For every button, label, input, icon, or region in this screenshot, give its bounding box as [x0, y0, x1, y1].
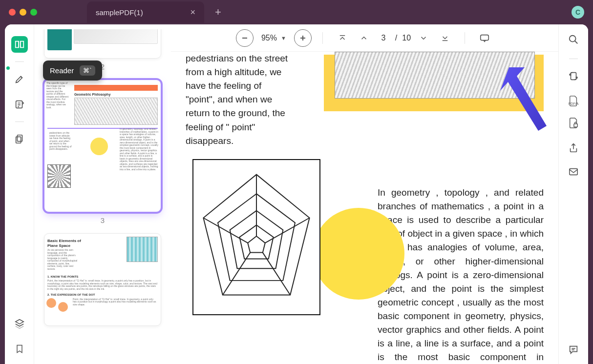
reader-icon: [14, 39, 25, 50]
svg-rect-2: [16, 137, 21, 143]
svg-marker-13: [248, 236, 265, 253]
rail-divider: [15, 121, 24, 122]
minus-icon: [241, 35, 248, 41]
zoom-out-button[interactable]: [236, 29, 254, 47]
page-indicator: 3 / 10: [377, 34, 411, 42]
thumb-heading: Basic Elements of Plane Space: [47, 239, 82, 248]
svg-rect-0: [16, 101, 22, 108]
body-text-right: In geometry , topology , and related bra…: [378, 186, 544, 364]
avatar-initial: C: [575, 8, 580, 16]
presentation-button[interactable]: [476, 29, 493, 47]
avatar[interactable]: C: [572, 6, 584, 19]
page-separator: /: [395, 34, 397, 42]
toolbar-divider: [465, 32, 465, 44]
lock-document-button[interactable]: [568, 117, 579, 131]
svg-line-17: [223, 253, 250, 295]
document-viewer: 95% ▼ 3 / 10: [171, 24, 559, 364]
pdfa-button[interactable]: PDF/A: [568, 95, 579, 105]
svg-rect-8: [481, 35, 489, 40]
svg-line-20: [575, 41, 578, 44]
page-current-input[interactable]: 3: [377, 34, 390, 42]
page-total: 10: [402, 34, 411, 42]
comment-icon: [568, 344, 579, 355]
activity-indicator-dot: [6, 66, 10, 70]
svg-rect-22: [574, 124, 577, 127]
share-icon: [568, 142, 579, 153]
close-tab-icon[interactable]: ×: [190, 7, 195, 18]
search-button[interactable]: [568, 34, 579, 47]
lock-document-icon: [568, 117, 579, 129]
viewer-toolbar: 95% ▼ 3 / 10: [171, 24, 558, 52]
rotate-page-button[interactable]: [568, 71, 579, 83]
page-content: pedestrians on the street from a high al…: [186, 52, 544, 364]
thumb-subheading: 1. KNOW THE POINTS: [47, 275, 158, 279]
pattern-image: [335, 52, 535, 99]
chevron-up-icon: [360, 34, 368, 42]
presentation-icon: [479, 33, 490, 43]
zoom-select[interactable]: 95% ▼: [257, 34, 290, 42]
comment-button[interactable]: [568, 344, 579, 357]
search-icon: [568, 34, 579, 45]
maximize-window-button[interactable]: [30, 9, 37, 16]
chevron-up-bar-icon: [338, 34, 347, 42]
thumbnail-page-selected[interactable]: The specific type of the image can be se…: [44, 80, 161, 212]
pdfa-label: PDF/A: [568, 102, 579, 105]
svg-rect-1: [17, 135, 22, 142]
thumb-heading: Geometric Philosophy: [74, 93, 158, 97]
mail-icon: [568, 167, 579, 177]
rail-divider: [15, 61, 24, 62]
close-window-button[interactable]: [9, 9, 16, 16]
document-copy-button[interactable]: [11, 131, 28, 147]
highlighter-icon: [14, 74, 25, 84]
svg-rect-23: [570, 169, 577, 175]
rail-divider: [569, 59, 578, 59]
zoom-value: 95%: [261, 34, 277, 42]
left-rail: [5, 24, 34, 364]
prev-page-button[interactable]: [355, 29, 373, 47]
titlebar: samplePDF(1) × + C: [0, 0, 593, 24]
reader-tooltip: Reader ⌘`: [43, 61, 102, 81]
rotate-page-icon: [568, 71, 579, 81]
plus-icon: [299, 35, 306, 41]
bookmark-icon: [15, 344, 24, 354]
first-page-button[interactable]: [334, 29, 351, 47]
toolbar-divider: [322, 32, 323, 44]
thumb-subheading: 2. THE EXPRESSION OF THE DOT: [47, 293, 158, 297]
new-tab-button[interactable]: +: [215, 6, 221, 19]
annotate-note-button[interactable]: [11, 96, 28, 113]
zoom-in-button[interactable]: [294, 29, 312, 47]
document-copy-icon: [14, 134, 25, 144]
chevron-down-icon: ▼: [281, 35, 286, 41]
svg-point-19: [570, 36, 576, 42]
chevron-down-icon: [419, 34, 428, 42]
chevron-down-bar-icon: [441, 34, 449, 42]
spiral-image: [192, 159, 320, 315]
right-rail: PDF/A: [559, 24, 588, 364]
thumbnail-label: 3: [44, 216, 161, 224]
document-tab[interactable]: samplePDF(1) ×: [87, 1, 204, 23]
svg-rect-21: [571, 73, 576, 80]
yellow-circle-graphic: [313, 208, 404, 300]
thumbnail-page[interactable]: Lorem ipsum dolor sit amet, consectetur …: [44, 29, 161, 59]
layers-icon: [14, 318, 25, 329]
document-scroll-area[interactable]: pedestrians on the street from a high al…: [171, 52, 558, 364]
minimize-window-button[interactable]: [20, 9, 26, 16]
tooltip-label: Reader: [50, 66, 74, 75]
highlighter-button[interactable]: [11, 71, 28, 87]
reader-mode-button[interactable]: [11, 36, 28, 53]
last-page-button[interactable]: [436, 29, 454, 47]
annotate-note-icon: [14, 99, 25, 110]
tooltip-shortcut: ⌘`: [80, 65, 95, 76]
thumbnail-page[interactable]: Basic Elements of Plane Space As we perc…: [44, 233, 161, 326]
share-button[interactable]: [568, 142, 579, 155]
traffic-lights: [9, 9, 37, 16]
next-page-button[interactable]: [415, 29, 432, 47]
mail-button[interactable]: [568, 167, 579, 179]
layers-button[interactable]: [11, 315, 28, 332]
tab-title: samplePDF(1): [96, 8, 143, 17]
svg-line-16: [263, 253, 290, 295]
bookmark-button[interactable]: [11, 341, 28, 357]
